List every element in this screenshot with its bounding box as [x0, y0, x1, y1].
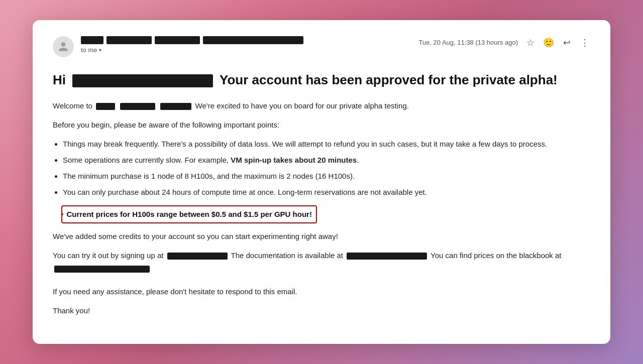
person-icon [58, 41, 69, 52]
email-header-right: Tue, 20 Aug, 11:38 (13 hours ago) ☆ 🙂 ↩ … [418, 36, 590, 48]
signup-suffix: You can find prices on the blackbook at [431, 251, 561, 260]
redacted-blackbook-url [54, 266, 150, 273]
redacted-signup-url [167, 253, 228, 260]
bullet-1-text: Things may break frequently. There's a p… [63, 140, 547, 148]
signup-prefix: You can try it out by signing up at [53, 251, 163, 260]
sender-name-row [81, 36, 303, 44]
list-item: The minimum purchase is 1 node of 8 H100… [63, 170, 590, 182]
signup-middle: The documentation is available at [231, 251, 343, 260]
to-me-text: to me [81, 46, 97, 54]
welcome-paragraph: Welcome to We're excited to have you on … [53, 100, 590, 112]
reply-button[interactable]: ↩ [561, 37, 572, 48]
list-item: Things may break frequently. There's a p… [63, 138, 590, 150]
highlighted-list-item: Current prices for H100s range between $… [61, 205, 590, 223]
email-title: Hi Your account has been approved for th… [53, 71, 590, 89]
bullet-2-text: Some operations are currently slow. For … [63, 156, 359, 164]
redacted-sender-2 [106, 36, 152, 44]
timestamp: Tue, 20 Aug, 11:38 (13 hours ago) [418, 39, 518, 46]
redacted-title-name [72, 74, 213, 87]
avatar [53, 36, 74, 57]
highlighted-bullet-list: Current prices for H100s range between $… [63, 205, 590, 223]
emoji-button[interactable]: 🙂 [543, 37, 554, 48]
assistance-paragraph: If you need any assistance, please don't… [53, 286, 590, 298]
emoji-icon: 🙂 [543, 37, 554, 48]
welcome-suffix: We're excited to have you on board for o… [195, 101, 409, 110]
more-icon: ⋮ [580, 37, 589, 48]
list-item: You can only purchase about 24 hours of … [63, 186, 590, 198]
redacted-company-3 [160, 103, 191, 110]
sender-info: to me ▾ [81, 36, 303, 54]
list-item: Some operations are currently slow. For … [63, 154, 590, 166]
bullet-list: Things may break frequently. There's a p… [63, 138, 590, 198]
star-button[interactable]: ☆ [525, 37, 536, 48]
bold-text: VM spin-up takes about 20 minutes [231, 156, 357, 164]
closing-paragraph: Thank you! [53, 305, 590, 317]
chevron-down-icon: ▾ [99, 47, 101, 53]
more-button[interactable]: ⋮ [579, 37, 590, 48]
email-header: to me ▾ Tue, 20 Aug, 11:38 (13 hours ago… [53, 36, 590, 57]
assistance-text: If you need any assistance, please don't… [53, 287, 297, 296]
highlighted-bullet-text: Current prices for H100s range between $… [61, 205, 317, 223]
redacted-sender-4 [203, 36, 303, 44]
redacted-sender-3 [155, 36, 200, 44]
bullet-3-text: The minimum purchase is 1 node of 8 H100… [63, 172, 355, 180]
redacted-company-2 [120, 103, 155, 110]
redacted-docs-url [347, 253, 427, 260]
signup-paragraph: You can try it out by signing up at The … [53, 250, 590, 274]
credits-text: We've added some credits to your account… [53, 232, 338, 240]
intro-text: Before you begin, please be aware of the… [53, 120, 279, 129]
email-window: to me ▾ Tue, 20 Aug, 11:38 (13 hours ago… [33, 20, 610, 344]
intro-paragraph: Before you begin, please be aware of the… [53, 119, 590, 131]
to-me[interactable]: to me ▾ [81, 46, 303, 54]
star-icon: ☆ [526, 37, 534, 48]
title-hi: Hi [53, 72, 66, 87]
email-header-left: to me ▾ [53, 36, 303, 57]
bullet-4-text: You can only purchase about 24 hours of … [63, 188, 427, 196]
title-suffix: Your account has been approved for the p… [216, 72, 558, 87]
redacted-sender-1 [81, 36, 103, 44]
closing-text: Thank you! [53, 306, 90, 315]
reply-icon: ↩ [563, 37, 571, 48]
redacted-company-1 [96, 103, 115, 110]
welcome-prefix: Welcome to [53, 101, 92, 110]
credits-paragraph: We've added some credits to your account… [53, 230, 590, 242]
email-body: Hi Your account has been approved for th… [53, 71, 590, 317]
